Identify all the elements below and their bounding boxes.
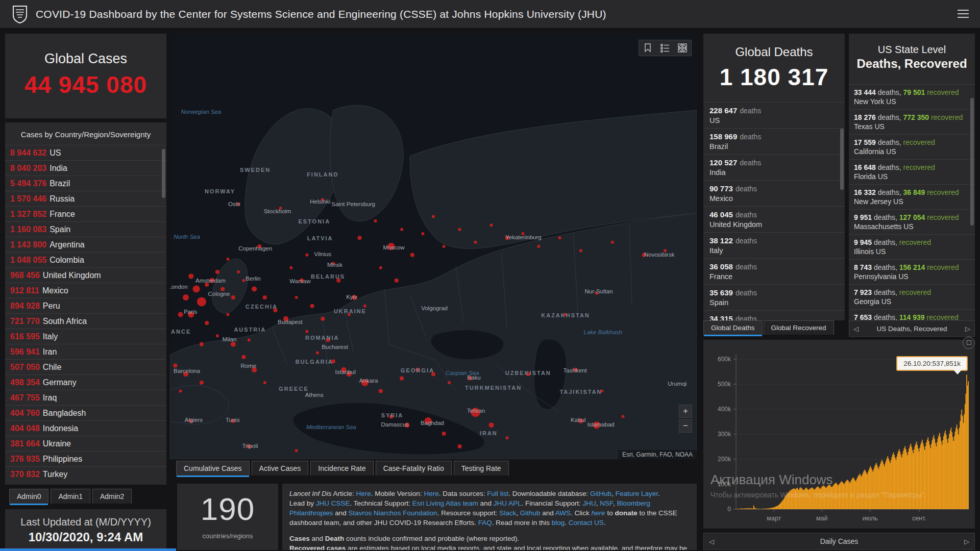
case-dot[interactable] <box>336 279 340 283</box>
death-row[interactable]: 228 647deathsUS <box>703 102 845 128</box>
case-dot[interactable] <box>363 305 366 308</box>
country-row[interactable]: 498 354Germany <box>5 374 166 390</box>
case-dot[interactable] <box>205 321 209 325</box>
us-state-row[interactable]: 18 276 deaths, 772 350 recoveredTexas US <box>849 109 975 134</box>
case-dot[interactable] <box>474 241 477 244</box>
us-state-row[interactable]: 9 951 deaths, 127 054 recoveredMassachus… <box>849 209 975 234</box>
footer-link[interactable]: Here <box>356 490 371 497</box>
case-dot[interactable] <box>295 449 298 452</box>
world-map[interactable]: Norwegian SeaSWEDENNORWAYFINLANDOsloStoc… <box>170 34 697 459</box>
case-dot[interactable] <box>321 317 325 321</box>
us-state-row[interactable]: 9 945 deaths, recoveredIllinois US <box>849 234 975 259</box>
case-dot[interactable] <box>188 311 194 317</box>
country-row[interactable]: 404 760Bangladesh <box>5 405 166 420</box>
case-dot[interactable] <box>341 367 347 372</box>
case-dot[interactable] <box>242 279 245 282</box>
footer-link[interactable]: JHU <box>583 499 596 507</box>
case-dot[interactable] <box>348 313 351 316</box>
country-row[interactable]: 1 570 446Russia <box>5 191 166 206</box>
case-dot[interactable] <box>611 241 614 244</box>
deaths-list-scrollbar[interactable] <box>840 129 844 190</box>
case-dot[interactable] <box>537 245 540 248</box>
case-dot[interactable] <box>188 273 193 279</box>
case-dot[interactable] <box>220 287 225 291</box>
case-dot[interactable] <box>279 207 282 210</box>
us-pager-prev-icon[interactable]: ◁ <box>853 325 859 333</box>
case-dot[interactable] <box>442 432 446 436</box>
case-dot[interactable] <box>316 352 319 355</box>
footer-link[interactable]: FAQ <box>478 519 492 527</box>
footer-link[interactable]: GitHub <box>590 490 611 497</box>
tab-admin1[interactable]: Admin1 <box>51 489 90 504</box>
tab-admin0[interactable]: Admin0 <box>9 489 48 504</box>
tab-admin2[interactable]: Admin2 <box>92 489 132 504</box>
case-dot[interactable] <box>431 372 435 376</box>
death-row[interactable]: 158 969deathsBrazil <box>703 128 845 154</box>
case-dot[interactable] <box>421 232 424 235</box>
case-dot[interactable] <box>179 390 182 393</box>
case-dot[interactable] <box>183 371 188 377</box>
case-dot[interactable] <box>526 372 530 376</box>
country-row[interactable]: 8 944 632US <box>5 145 166 160</box>
case-dot[interactable] <box>578 418 583 423</box>
case-dot[interactable] <box>178 312 183 317</box>
hamburger-menu-icon[interactable] <box>958 10 969 18</box>
footer-link[interactable]: blog <box>552 519 565 527</box>
footer-link[interactable]: here <box>592 509 605 517</box>
case-dot[interactable] <box>400 377 404 381</box>
country-row[interactable]: 1 048 055Colombia <box>5 252 166 267</box>
death-row[interactable]: 38 122deathsItaly <box>703 232 845 258</box>
bookmark-icon[interactable] <box>643 43 652 53</box>
footer-link[interactable]: Github <box>520 509 541 517</box>
case-dot[interactable] <box>300 279 304 283</box>
case-dot[interactable] <box>347 371 352 377</box>
horizontal-scrollbar-thumb[interactable] <box>0 548 176 551</box>
case-dot[interactable] <box>200 381 204 385</box>
case-dot[interactable] <box>216 334 219 337</box>
case-dot[interactable] <box>326 338 330 342</box>
case-dot[interactable] <box>579 249 582 252</box>
basemap-gallery-icon[interactable] <box>678 43 687 53</box>
case-dot[interactable] <box>489 422 494 428</box>
legend-list-icon[interactable] <box>660 43 670 53</box>
case-dot[interactable] <box>231 342 236 347</box>
case-dot[interactable] <box>252 286 257 291</box>
case-dot[interactable] <box>361 379 369 386</box>
footer-link[interactable]: AWS <box>555 509 571 517</box>
case-dot[interactable] <box>321 198 324 201</box>
country-row[interactable]: 894 928Peru <box>5 298 166 313</box>
case-dot[interactable] <box>305 330 308 333</box>
country-row[interactable]: 968 456United Kingdom <box>5 267 166 283</box>
case-dot[interactable] <box>471 408 480 417</box>
map-tab-incidence-rate[interactable]: Incidence Rate <box>310 461 373 475</box>
death-row[interactable]: 120 527deathsIndia <box>703 154 845 180</box>
case-dot[interactable] <box>197 297 206 306</box>
case-dot[interactable] <box>415 368 420 372</box>
case-dot[interactable] <box>448 381 451 384</box>
case-dot[interactable] <box>231 295 235 299</box>
case-dot[interactable] <box>241 355 246 359</box>
case-dot[interactable] <box>173 364 177 368</box>
case-dot[interactable] <box>200 342 204 346</box>
case-dot[interactable] <box>468 377 472 381</box>
death-row[interactable]: 90 773deathsMexico <box>703 180 845 206</box>
footer-link[interactable]: NSF <box>600 499 613 507</box>
map-tab-active-cases[interactable]: Active Cases <box>252 461 309 475</box>
country-row[interactable]: 721 770South Africa <box>5 313 166 329</box>
country-row[interactable]: 1 327 852France <box>5 206 166 221</box>
case-dot[interactable] <box>257 244 261 248</box>
footer-link[interactable]: Feature Layer <box>616 490 658 497</box>
footer-link[interactable]: JHU CSSE <box>316 499 350 507</box>
map-tab-case-fatality-ratio[interactable]: Case-Fatality Ratio <box>376 461 452 475</box>
case-dot[interactable] <box>273 308 277 312</box>
country-row[interactable]: 616 595Italy <box>5 329 166 344</box>
country-row[interactable]: 381 664Ukraine <box>5 436 166 451</box>
case-dot[interactable] <box>505 236 509 240</box>
case-dot[interactable] <box>237 203 240 206</box>
country-row[interactable]: 912 811Mexico <box>5 283 166 298</box>
us-state-row[interactable]: 17 559 deaths, recoveredCalifornia US <box>849 134 975 159</box>
chart-pager-prev-icon[interactable]: ◁ <box>709 538 714 545</box>
case-dot[interactable] <box>600 390 603 393</box>
case-dot[interactable] <box>400 228 403 231</box>
case-dot[interactable] <box>404 422 409 428</box>
